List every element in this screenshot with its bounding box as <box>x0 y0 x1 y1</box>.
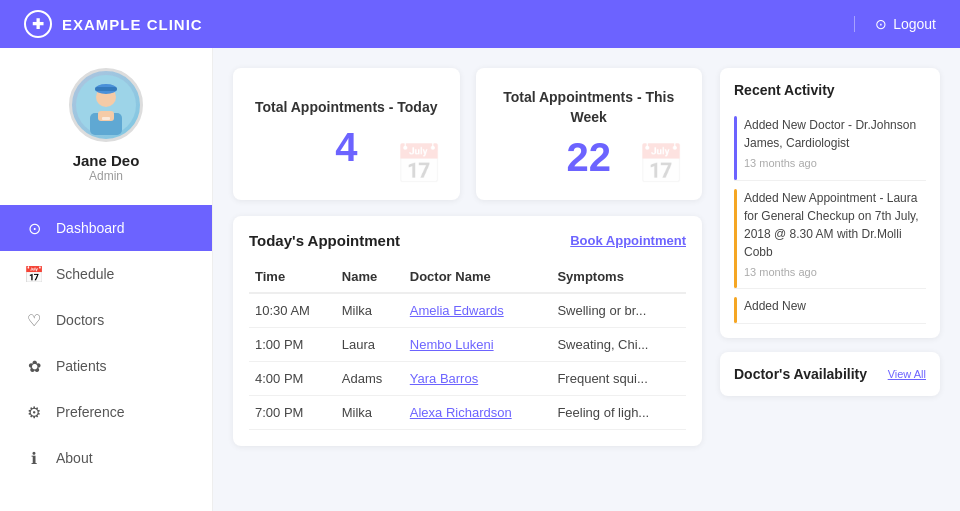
activity-list: Added New Doctor - Dr.Johnson James, Car… <box>734 108 926 324</box>
stat-week-label: Total Appointments - This Week <box>496 88 683 127</box>
cell-time: 1:00 PM <box>249 328 336 362</box>
stat-cards: Total Appointments - Today 4 📅 Total App… <box>233 68 702 200</box>
table-row: 10:30 AM Milka Amelia Edwards Swelling o… <box>249 293 686 328</box>
avatar <box>69 68 143 142</box>
sidebar-item-label: Doctors <box>56 312 104 328</box>
cell-symptoms: Swelling or br... <box>551 293 686 328</box>
activity-time: 13 months ago <box>744 155 926 172</box>
table-row: 4:00 PM Adams Yara Barros Frequent squi.… <box>249 362 686 396</box>
doctor-availability-header: Doctor's Availability View All <box>734 366 926 382</box>
stat-card-week: Total Appointments - This Week 22 📅 <box>476 68 703 200</box>
sidebar-item-label: Dashboard <box>56 220 125 236</box>
user-role: Admin <box>89 169 123 183</box>
cell-symptoms: Feeling of ligh... <box>551 396 686 430</box>
sidebar-item-label: About <box>56 450 93 466</box>
sidebar-item-about[interactable]: ℹ About <box>0 435 212 481</box>
cell-symptoms: Sweating, Chi... <box>551 328 686 362</box>
dashboard-icon: ⊙ <box>24 218 44 238</box>
cell-time: 10:30 AM <box>249 293 336 328</box>
sidebar-item-schedule[interactable]: 📅 Schedule <box>0 251 212 297</box>
center-panel: Total Appointments - Today 4 📅 Total App… <box>233 68 702 491</box>
appointments-section: Today's Appointment Book Appointment Tim… <box>233 216 702 446</box>
patients-icon: ✿ <box>24 356 44 376</box>
sidebar-item-preference[interactable]: ⚙ Preference <box>0 389 212 435</box>
cell-name: Adams <box>336 362 404 396</box>
stat-today-label: Total Appointments - Today <box>255 98 438 118</box>
calendar-icon-week: 📅 <box>637 142 684 186</box>
sidebar-item-doctors[interactable]: ♡ Doctors <box>0 297 212 343</box>
preference-icon: ⚙ <box>24 402 44 422</box>
svg-rect-4 <box>102 117 110 120</box>
col-name: Name <box>336 261 404 293</box>
cell-doctor[interactable]: Nembo Lukeni <box>404 328 552 362</box>
brand-icon: ✚ <box>24 10 52 38</box>
col-time: Time <box>249 261 336 293</box>
activity-item: Added New Doctor - Dr.Johnson James, Car… <box>734 108 926 181</box>
cell-doctor[interactable]: Alexa Richardson <box>404 396 552 430</box>
sidebar: Jane Deo Admin ⊙ Dashboard 📅 Schedule ♡ … <box>0 48 213 511</box>
activity-time: 13 months ago <box>744 264 926 281</box>
activity-text: Added New Doctor - Dr.Johnson James, Car… <box>744 118 916 150</box>
appointments-title: Today's Appointment <box>249 232 400 249</box>
stat-card-today: Total Appointments - Today 4 📅 <box>233 68 460 200</box>
brand: ✚ EXAMPLE CLINIC <box>24 10 203 38</box>
schedule-icon: 📅 <box>24 264 44 284</box>
doctors-icon: ♡ <box>24 310 44 330</box>
table-row: 1:00 PM Laura Nembo Lukeni Sweating, Chi… <box>249 328 686 362</box>
col-symptoms: Symptoms <box>551 261 686 293</box>
sidebar-item-label: Patients <box>56 358 107 374</box>
about-icon: ℹ <box>24 448 44 468</box>
table-header-row: Time Name Doctor Name Symptoms <box>249 261 686 293</box>
cell-doctor[interactable]: Amelia Edwards <box>404 293 552 328</box>
doctor-availability-section: Doctor's Availability View All <box>720 352 940 396</box>
layout: Jane Deo Admin ⊙ Dashboard 📅 Schedule ♡ … <box>0 48 960 511</box>
right-panel: Recent Activity Added New Doctor - Dr.Jo… <box>720 68 940 491</box>
doctor-availability-title: Doctor's Availability <box>734 366 867 382</box>
appointments-header: Today's Appointment Book Appointment <box>249 232 686 249</box>
cell-name: Milka <box>336 293 404 328</box>
table-row: 7:00 PM Milka Alexa Richardson Feeling o… <box>249 396 686 430</box>
activity-text: Added New <box>744 299 806 313</box>
main-content: Total Appointments - Today 4 📅 Total App… <box>213 48 960 511</box>
cell-time: 7:00 PM <box>249 396 336 430</box>
sidebar-item-label: Preference <box>56 404 124 420</box>
cell-doctor[interactable]: Yara Barros <box>404 362 552 396</box>
topbar: ✚ EXAMPLE CLINIC ⊙ Logout <box>0 0 960 48</box>
recent-activity-section: Recent Activity Added New Doctor - Dr.Jo… <box>720 68 940 338</box>
logout-button[interactable]: ⊙ Logout <box>854 16 936 32</box>
sidebar-item-dashboard[interactable]: ⊙ Dashboard <box>0 205 212 251</box>
cell-name: Milka <box>336 396 404 430</box>
stat-today-value: 4 <box>335 125 357 170</box>
svg-rect-6 <box>95 87 117 91</box>
cell-time: 4:00 PM <box>249 362 336 396</box>
calendar-icon-today: 📅 <box>395 142 442 186</box>
view-all-link[interactable]: View All <box>888 368 926 380</box>
book-appointment-link[interactable]: Book Appointment <box>570 233 686 248</box>
stat-week-value: 22 <box>567 135 612 180</box>
sidebar-item-label: Schedule <box>56 266 114 282</box>
activity-item: Added New Appointment - Laura for Genera… <box>734 181 926 290</box>
nav-menu: ⊙ Dashboard 📅 Schedule ♡ Doctors ✿ Patie… <box>0 205 212 481</box>
logout-icon: ⊙ <box>875 16 887 32</box>
cell-symptoms: Frequent squi... <box>551 362 686 396</box>
logout-label: Logout <box>893 16 936 32</box>
brand-name: EXAMPLE CLINIC <box>62 16 203 33</box>
activity-item: Added New <box>734 289 926 324</box>
sidebar-item-patients[interactable]: ✿ Patients <box>0 343 212 389</box>
col-doctor: Doctor Name <box>404 261 552 293</box>
user-name: Jane Deo <box>73 152 140 169</box>
activity-text: Added New Appointment - Laura for Genera… <box>744 191 919 259</box>
recent-activity-title: Recent Activity <box>734 82 926 98</box>
cell-name: Laura <box>336 328 404 362</box>
appointments-table: Time Name Doctor Name Symptoms 10:30 AM … <box>249 261 686 430</box>
